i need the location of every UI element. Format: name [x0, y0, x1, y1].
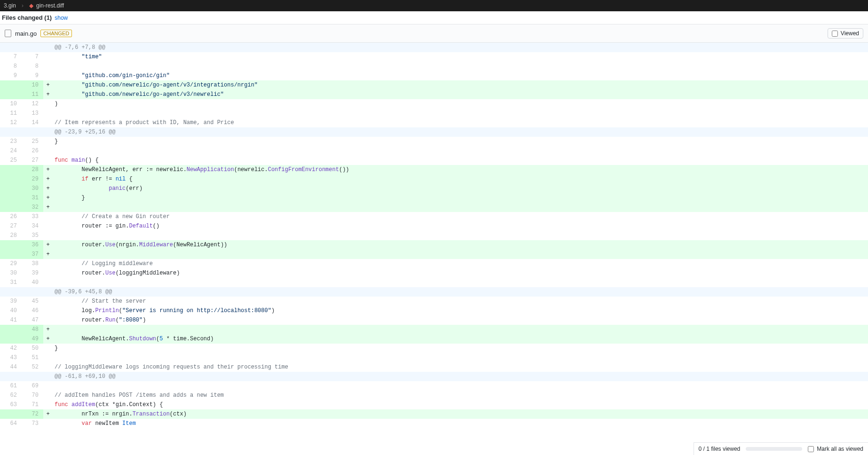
line-number-old[interactable]: [0, 240, 22, 250]
line-number-old[interactable]: [0, 80, 22, 90]
line-number-new[interactable]: 25: [22, 137, 43, 146]
code-content[interactable]: }: [53, 344, 868, 353]
code-content[interactable]: // Logging middleware: [53, 259, 868, 268]
code-content[interactable]: log.Println("Server is running on http:/…: [53, 306, 868, 315]
line-number-new[interactable]: 69: [22, 381, 43, 391]
line-number-new[interactable]: 11: [22, 90, 43, 99]
code-content[interactable]: nrTxn := nrgin.Transaction(ctx): [53, 409, 868, 419]
line-number-new[interactable]: 38: [22, 259, 43, 268]
line-number-old[interactable]: 29: [0, 259, 22, 268]
code-content[interactable]: [53, 325, 868, 334]
code-content[interactable]: func main() {: [53, 156, 868, 165]
line-number-new[interactable]: 52: [22, 362, 43, 372]
line-number-old[interactable]: 25: [0, 156, 22, 165]
line-number-old[interactable]: 42: [0, 344, 22, 353]
line-number-old[interactable]: 11: [0, 109, 22, 118]
viewed-checkbox[interactable]: Viewed: [828, 28, 863, 39]
line-number-old[interactable]: [0, 334, 22, 344]
line-number-old[interactable]: 64: [0, 419, 22, 428]
code-content[interactable]: @@ -39,6 +45,8 @@: [53, 287, 868, 297]
line-number-new[interactable]: 39: [22, 268, 43, 278]
line-number-old[interactable]: 10: [0, 99, 22, 109]
line-number-old[interactable]: 40: [0, 306, 22, 315]
line-number-new[interactable]: 30: [22, 184, 43, 193]
line-number-new[interactable]: 29: [22, 174, 43, 184]
line-number-new[interactable]: 14: [22, 118, 43, 127]
line-number-new[interactable]: 70: [22, 391, 43, 400]
line-number-new[interactable]: 45: [22, 297, 43, 306]
line-number-old[interactable]: [0, 250, 22, 259]
line-number-new[interactable]: 40: [22, 278, 43, 287]
breadcrumb-item[interactable]: gin-rest.diff: [36, 2, 64, 9]
code-content[interactable]: // Item represents a product with ID, Na…: [53, 118, 868, 127]
line-number-new[interactable]: 73: [22, 419, 43, 428]
code-content[interactable]: [53, 203, 868, 212]
code-content[interactable]: // Create a new Gin router: [53, 212, 868, 221]
code-content[interactable]: router := gin.Default(): [53, 221, 868, 231]
line-number-new[interactable]: 51: [22, 353, 43, 362]
line-number-old[interactable]: 7: [0, 52, 22, 62]
code-content[interactable]: [53, 231, 868, 240]
code-content[interactable]: @@ -61,8 +69,10 @@: [53, 372, 868, 381]
code-content[interactable]: NewRelicAgent.Shutdown(5 * time.Second): [53, 334, 868, 344]
line-number-new[interactable]: 26: [22, 146, 43, 156]
line-number-new[interactable]: 71: [22, 400, 43, 409]
code-content[interactable]: "github.com/newrelic/go-agent/v3/integra…: [53, 80, 868, 90]
line-number-new[interactable]: [22, 43, 43, 52]
code-content[interactable]: router.Use(nrgin.Middleware(NewRelicAgen…: [53, 240, 868, 250]
line-number-new[interactable]: 31: [22, 193, 43, 203]
line-number-new[interactable]: 49: [22, 334, 43, 344]
show-link[interactable]: show: [55, 15, 68, 21]
code-content[interactable]: [53, 278, 868, 287]
code-content[interactable]: NewRelicAgent, err := newrelic.NewApplic…: [53, 165, 868, 174]
line-number-old[interactable]: 41: [0, 315, 22, 325]
line-number-old[interactable]: 27: [0, 221, 22, 231]
line-number-new[interactable]: 33: [22, 212, 43, 221]
line-number-new[interactable]: 8: [22, 62, 43, 71]
line-number-old[interactable]: [0, 184, 22, 193]
line-number-old[interactable]: 24: [0, 146, 22, 156]
line-number-old[interactable]: 39: [0, 297, 22, 306]
code-content[interactable]: // Start the server: [53, 297, 868, 306]
line-number-new[interactable]: 72: [22, 409, 43, 419]
line-number-old[interactable]: 12: [0, 118, 22, 127]
code-content[interactable]: var newItem Item: [53, 419, 868, 428]
line-number-old[interactable]: [0, 325, 22, 334]
code-content[interactable]: [53, 353, 868, 362]
line-number-old[interactable]: 23: [0, 137, 22, 146]
line-number-new[interactable]: [22, 372, 43, 381]
code-content[interactable]: // loggingMiddleware logs incoming reque…: [53, 362, 868, 372]
line-number-old[interactable]: 62: [0, 391, 22, 400]
line-number-old[interactable]: 44: [0, 362, 22, 372]
code-content[interactable]: panic(err): [53, 184, 868, 193]
line-number-old[interactable]: 63: [0, 400, 22, 409]
line-number-old[interactable]: 43: [0, 353, 22, 362]
line-number-old[interactable]: 8: [0, 62, 22, 71]
line-number-new[interactable]: 32: [22, 203, 43, 212]
line-number-new[interactable]: [22, 127, 43, 137]
line-number-old[interactable]: [0, 174, 22, 184]
line-number-new[interactable]: 7: [22, 52, 43, 62]
line-number-old[interactable]: 61: [0, 381, 22, 391]
line-number-new[interactable]: 28: [22, 165, 43, 174]
line-number-new[interactable]: 35: [22, 231, 43, 240]
line-number-new[interactable]: [22, 287, 43, 297]
code-content[interactable]: [53, 109, 868, 118]
line-number-new[interactable]: 27: [22, 156, 43, 165]
line-number-old[interactable]: [0, 127, 22, 137]
code-content[interactable]: @@ -23,9 +25,16 @@: [53, 127, 868, 137]
code-content[interactable]: ): [53, 99, 868, 109]
line-number-old[interactable]: [0, 372, 22, 381]
line-number-new[interactable]: 13: [22, 109, 43, 118]
line-number-new[interactable]: 37: [22, 250, 43, 259]
code-content[interactable]: [53, 62, 868, 71]
line-number-new[interactable]: 34: [22, 221, 43, 231]
line-number-new[interactable]: 36: [22, 240, 43, 250]
code-content[interactable]: }: [53, 137, 868, 146]
code-content[interactable]: router.Run(":8080"): [53, 315, 868, 325]
breadcrumb-item[interactable]: 3.gin: [4, 2, 16, 9]
line-number-old[interactable]: 30: [0, 268, 22, 278]
code-content[interactable]: "github.com/newrelic/go-agent/v3/newreli…: [53, 90, 868, 99]
line-number-old[interactable]: 9: [0, 71, 22, 80]
code-content[interactable]: router.Use(loggingMiddleware): [53, 268, 868, 278]
